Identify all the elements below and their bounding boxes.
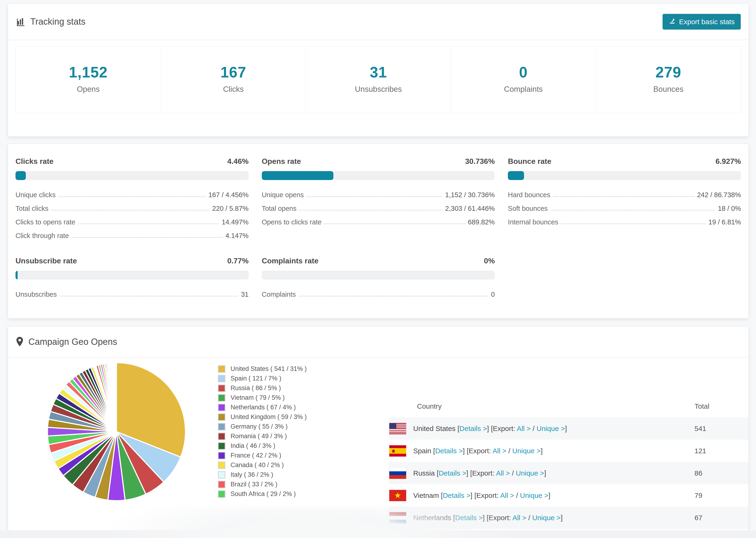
- legend-swatch: [218, 433, 225, 440]
- stat-label: Complaints: [451, 85, 596, 94]
- rate-progress-bar: [16, 171, 249, 180]
- legend-swatch: [218, 404, 225, 411]
- rate-stat-label: Hard bounces: [508, 191, 550, 200]
- export-unique-link[interactable]: Unique >: [512, 447, 541, 455]
- summary-stat-clicks: 167Clicks: [161, 47, 306, 113]
- legend-item: Russia ( 86 / 5% ): [218, 383, 350, 393]
- export-all-link[interactable]: All >: [493, 447, 507, 455]
- rate-section-complaints-rate: Complaints rate0%Complaints0: [262, 256, 495, 300]
- details-link[interactable]: Details >: [435, 447, 463, 455]
- rate-stat-label: Total clicks: [16, 205, 48, 214]
- legend-label: Romania ( 49 / 3% ): [231, 433, 287, 440]
- stat-value: 31: [306, 64, 451, 81]
- legend-label: United Kingdom ( 59 / 3% ): [231, 413, 307, 421]
- stat-label: Bounces: [596, 85, 741, 94]
- rate-stat-label: Total opens: [262, 205, 297, 214]
- dotted-leader: [551, 210, 715, 211]
- rate-stat-value: 167 / 4.456%: [208, 191, 249, 200]
- export-all-link[interactable]: All >: [500, 492, 514, 499]
- rate-stat-row: Opens to clicks rate689.82%: [262, 214, 495, 228]
- rate-stat-label: Unique clicks: [16, 191, 56, 200]
- rate-stat-label: Soft bounces: [508, 205, 548, 214]
- geo-opens-title: Campaign Geo Opens: [16, 337, 117, 347]
- country-name: Russia: [413, 469, 437, 477]
- export-all-link[interactable]: All >: [517, 425, 531, 432]
- rate-stat-value: 31: [241, 291, 248, 300]
- legend-item: Canada ( 40 / 2% ): [218, 460, 350, 470]
- rate-stat-value: 18 / 0%: [718, 205, 741, 214]
- dotted-leader: [307, 196, 442, 197]
- details-link[interactable]: Details >: [443, 492, 470, 499]
- dotted-leader: [324, 224, 465, 224]
- dotted-leader: [299, 210, 442, 211]
- legend-label: Brazil ( 33 / 2% ): [231, 481, 278, 488]
- stat-label: Clicks: [161, 85, 306, 94]
- legend-label: France ( 42 / 2% ): [231, 452, 281, 459]
- legend-item: Romania ( 49 / 3% ): [218, 431, 350, 441]
- legend-label: Spain ( 121 / 7% ): [231, 375, 281, 382]
- rate-stat-row: Total opens2,303 / 61.446%: [262, 200, 495, 214]
- rate-stat-row: Clicks to opens rate14.497%: [16, 214, 249, 228]
- legend-swatch: [218, 385, 225, 392]
- geo-table-row-ru: Russia [Details >] [Export: All > / Uniq…: [389, 462, 748, 484]
- geo-opens-pie-chart: [46, 361, 187, 502]
- legend-item: Vietnam ( 79 / 5% ): [218, 393, 350, 403]
- rate-stat-row: Complaints0: [262, 286, 495, 300]
- rate-stat-row: Hard bounces242 / 86.738%: [508, 187, 741, 200]
- rate-stat-value: 0: [491, 291, 495, 300]
- rate-progress-bar: [508, 171, 741, 180]
- country-cell-text: United States [Details >] [Export: All >…: [413, 425, 567, 433]
- legend-item: Germany ( 55 / 3% ): [218, 422, 350, 431]
- legend-swatch: [218, 365, 225, 373]
- summary-stats-grid: 1,152Opens167Clicks31Unsubscribes0Compla…: [16, 46, 741, 113]
- rate-stat-row: Unsubscribes31: [16, 286, 249, 300]
- rate-section-title: Unsubscribe rate: [16, 256, 77, 265]
- export-unique-link[interactable]: Unique >: [516, 469, 544, 477]
- rates-grid: Clicks rate4.46%Unique clicks167 / 4.456…: [8, 144, 748, 300]
- geo-opens-table: CountryTotalUnited States [Details >] [E…: [389, 395, 748, 530]
- export-unique-link[interactable]: Unique >: [536, 425, 565, 432]
- rate-stat-row: Unique clicks167 / 4.456%: [16, 187, 249, 200]
- column-header-total: Total: [694, 402, 748, 410]
- rate-stat-label: Unique opens: [262, 191, 304, 200]
- export-all-link[interactable]: All >: [496, 469, 510, 477]
- legend-label: Vietnam ( 79 / 5% ): [231, 394, 285, 402]
- legend-label: Canada ( 40 / 2% ): [231, 461, 284, 469]
- legend-swatch: [218, 461, 225, 469]
- rate-progress-bar: [262, 171, 495, 180]
- rate-section-value: 0%: [484, 256, 495, 265]
- export-unique-link[interactable]: Unique >: [520, 492, 549, 499]
- rate-stat-value: 1,152 / 30.736%: [445, 191, 495, 200]
- legend-label: South Africa ( 29 / 2% ): [231, 490, 296, 498]
- rate-section-unsubscribe-rate: Unsubscribe rate0.77%Unsubscribes31: [16, 256, 249, 300]
- rate-stat-label: Internal bounces: [508, 218, 558, 228]
- export-all-link[interactable]: All >: [513, 514, 526, 521]
- stat-value: 1,152: [16, 64, 161, 81]
- rate-section-opens-rate: Opens rate30.736%Unique opens1,152 / 30.…: [262, 157, 495, 241]
- rate-section-value: 0.77%: [227, 256, 249, 265]
- dotted-leader: [298, 296, 488, 296]
- rate-section-bounce-rate: Bounce rate6.927%Hard bounces242 / 86.73…: [508, 157, 741, 241]
- legend-item: South Africa ( 29 / 2% ): [218, 489, 350, 499]
- legend-item: India ( 46 / 3% ): [218, 441, 350, 451]
- details-link[interactable]: Details >: [439, 469, 466, 477]
- details-link[interactable]: Details >: [459, 425, 487, 432]
- rate-section-title: Bounce rate: [508, 157, 551, 166]
- geo-opens-header: Campaign Geo Opens: [8, 327, 748, 357]
- legend-label: India ( 46 / 3% ): [231, 442, 275, 450]
- details-link[interactable]: Details >: [455, 514, 483, 521]
- stat-value: 167: [161, 64, 306, 81]
- legend-item: Spain ( 121 / 7% ): [218, 374, 350, 383]
- geo-table-row-nl: Netherlands [Details >] [Export: All > /…: [389, 507, 748, 529]
- total-cell: 79: [694, 492, 748, 500]
- stat-value: 0: [451, 64, 596, 81]
- rate-progress-fill: [262, 171, 333, 180]
- export-unique-link[interactable]: Unique >: [532, 514, 561, 521]
- geo-table-row-us: United States [Details >] [Export: All >…: [389, 417, 748, 440]
- export-basic-stats-button[interactable]: Export basic stats: [663, 14, 741, 29]
- legend-swatch: [218, 490, 225, 498]
- legend-swatch: [218, 452, 225, 459]
- rate-stat-row: Soft bounces18 / 0%: [508, 200, 741, 214]
- rate-stat-label: Clicks to opens rate: [16, 218, 75, 228]
- dotted-leader: [553, 196, 694, 197]
